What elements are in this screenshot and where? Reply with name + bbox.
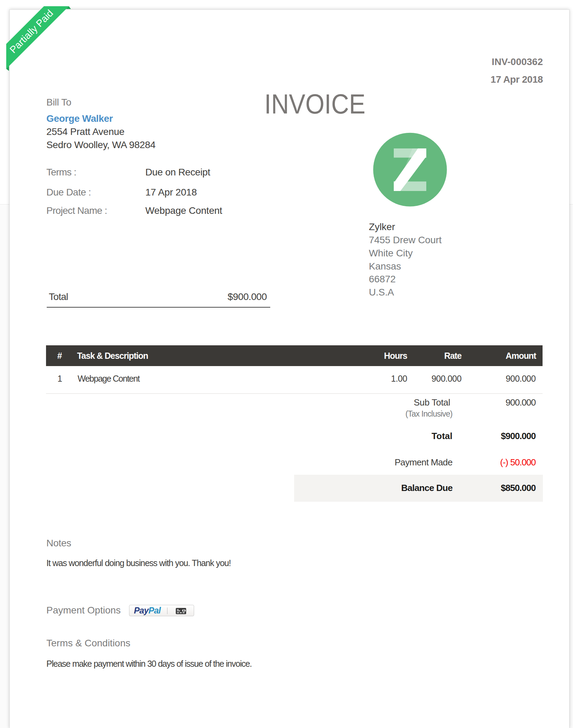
svg-text:Partially Paid: Partially Paid <box>8 8 55 55</box>
svg-text:INVOICE: INVOICE <box>264 89 365 119</box>
